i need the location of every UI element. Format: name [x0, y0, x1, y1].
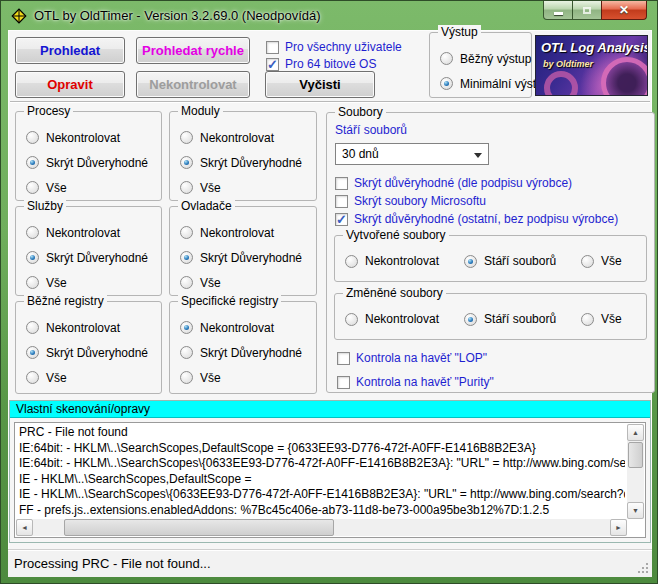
radio-option[interactable]: Stáří souborů	[464, 253, 556, 269]
os64-checkbox-row[interactable]: Pro 64 bitové OS	[266, 56, 376, 72]
lop-checkbox[interactable]	[337, 352, 350, 365]
radio-icon[interactable]	[26, 346, 39, 359]
output-option-normal[interactable]: Běžný výstup	[430, 46, 531, 71]
radio-option[interactable]: Skrýt Důveryhodné	[16, 150, 161, 175]
radio-option[interactable]: Vše	[170, 270, 316, 295]
scroll-down-icon[interactable]: ▼	[627, 502, 644, 519]
radio-icon[interactable]	[26, 131, 39, 144]
clean-button[interactable]: Vyčisti	[265, 71, 375, 98]
radio-icon[interactable]	[464, 313, 477, 326]
radio-option[interactable]: Skrýt Důveryhodné	[16, 245, 161, 270]
lock-dial-graphic	[601, 57, 648, 96]
fix-button[interactable]: Opravit	[15, 71, 125, 98]
radio-icon[interactable]	[464, 255, 477, 268]
radio-option[interactable]: Vše	[16, 175, 161, 200]
radio-option[interactable]: Nekontrolovat	[16, 220, 161, 245]
option-label: Vše	[601, 312, 622, 326]
file-age-dropdown[interactable]: 30 dnů	[335, 143, 489, 165]
radio-icon[interactable]	[581, 255, 594, 268]
option-label: Nekontrolovat	[46, 321, 120, 335]
purity-checkbox[interactable]	[337, 376, 350, 389]
hide-signed-checkbox-row[interactable]: Skrýt důvěryhodné (dle podpisu výrobce)	[335, 175, 572, 191]
radio-icon[interactable]	[26, 251, 39, 264]
radio-icon[interactable]	[26, 276, 39, 289]
radio-icon[interactable]	[180, 371, 193, 384]
radio-icon[interactable]	[26, 156, 39, 169]
os64-checkbox[interactable]	[266, 58, 279, 71]
purity-checkbox-row[interactable]: Kontrola na havěť "Purity"	[337, 374, 494, 390]
app-icon	[11, 8, 27, 24]
titlebar[interactable]: OTL by OldTimer - Version 3.2.69.0 (Neod…	[1, 1, 657, 30]
app-window: OTL by OldTimer - Version 3.2.69.0 (Neod…	[0, 0, 658, 584]
radio-icon[interactable]	[180, 181, 193, 194]
scroll-right-icon[interactable]: ►	[610, 519, 627, 536]
minimize-button[interactable]	[543, 1, 573, 20]
radio-option[interactable]: Nekontrolovat	[170, 220, 316, 245]
output-group: Výstup Běžný výstup Minimální výstup	[429, 32, 532, 98]
radio-option[interactable]: Skrýt Důveryhodné	[170, 245, 316, 270]
all-users-checkbox[interactable]	[266, 41, 279, 54]
radio-option[interactable]: Nekontrolovat	[345, 311, 439, 327]
radio-option[interactable]: Nekontrolovat	[345, 253, 439, 269]
option-label: Skrýt Důveryhodné	[200, 346, 302, 360]
radio-option[interactable]: Nekontrolovat	[16, 125, 161, 150]
lop-checkbox-row[interactable]: Kontrola na havěť "LOP"	[337, 350, 487, 366]
radio-option[interactable]: Vše	[170, 365, 316, 390]
radio-option[interactable]: Vše	[16, 365, 161, 390]
radio-option[interactable]: Skrýt Důveryhodné	[16, 340, 161, 365]
radio-option[interactable]: Vše	[581, 311, 622, 327]
scroll-left-icon[interactable]: ◄	[16, 519, 33, 536]
custom-scan-group: Vlastní skenování/opravy PRC - File not …	[9, 400, 651, 543]
output-option-minimal[interactable]: Minimální výstup	[430, 71, 531, 96]
quick-scan-button[interactable]: Prohledat rychle	[136, 37, 250, 64]
resize-grip-icon[interactable]	[636, 561, 648, 573]
close-button[interactable]: ✕	[601, 1, 647, 20]
all-users-checkbox-row[interactable]: Pro všechny uživatele	[266, 39, 402, 55]
radio-icon[interactable]	[440, 52, 453, 65]
hide-microsoft-checkbox-row[interactable]: Skrýt soubory Microsoftu	[335, 193, 486, 209]
option-label: Skrýt Důveryhodné	[200, 251, 302, 265]
maximize-button[interactable]	[573, 1, 601, 20]
radio-icon[interactable]	[345, 313, 358, 326]
scroll-up-icon[interactable]: ▲	[627, 424, 644, 441]
none-button: Nekontrolovat	[136, 71, 250, 98]
radio-icon[interactable]	[180, 251, 193, 264]
hide-signed-checkbox[interactable]	[335, 177, 348, 190]
hide-microsoft-checkbox[interactable]	[335, 195, 348, 208]
vertical-scrollbar[interactable]: ▲ ▼	[627, 424, 644, 519]
radio-option[interactable]: Nekontrolovat	[170, 315, 316, 340]
radio-option[interactable]: Nekontrolovat	[16, 315, 161, 340]
radio-icon[interactable]	[180, 226, 193, 239]
radio-option[interactable]: Vše	[170, 175, 316, 200]
vertical-scroll-thumb[interactable]	[628, 442, 643, 468]
radio-option[interactable]: Skrýt Důveryhodné	[170, 340, 316, 365]
option-label: Stáří souborů	[484, 312, 556, 326]
radio-icon[interactable]	[26, 371, 39, 384]
scan-button[interactable]: Prohledat	[15, 37, 125, 64]
option-label: Vše	[200, 276, 221, 290]
radio-icon[interactable]	[180, 346, 193, 359]
radio-icon[interactable]	[440, 77, 453, 90]
section-divider	[10, 101, 650, 102]
horizontal-scroll-thumb[interactable]	[64, 519, 334, 536]
radio-icon[interactable]	[26, 181, 39, 194]
radio-option[interactable]: Vše	[16, 270, 161, 295]
group-label: Soubory	[335, 105, 386, 119]
radio-option[interactable]: Stáří souborů	[464, 311, 556, 327]
horizontal-scrollbar[interactable]: ◄ ►	[16, 519, 627, 536]
radio-icon[interactable]	[26, 321, 39, 334]
radio-icon[interactable]	[180, 156, 193, 169]
radio-option[interactable]: Vše	[581, 253, 622, 269]
logo-title: OTL Log Analysis	[541, 40, 648, 55]
radio-icon[interactable]	[26, 226, 39, 239]
hide-unsigned-checkbox-row[interactable]: Skrýt důvěryhodné (ostatní, bez podpisu …	[335, 211, 618, 227]
radio-option[interactable]: Skrýt Důveryhodné	[170, 150, 316, 175]
radio-icon[interactable]	[581, 313, 594, 326]
radio-icon[interactable]	[180, 131, 193, 144]
radio-icon[interactable]	[345, 255, 358, 268]
radio-option[interactable]: Nekontrolovat	[170, 125, 316, 150]
hide-unsigned-checkbox[interactable]	[335, 213, 348, 226]
custom-scan-textarea[interactable]: PRC - File not found IE:64bit: - HKLM\..…	[14, 422, 646, 538]
radio-icon[interactable]	[180, 276, 193, 289]
radio-icon[interactable]	[180, 321, 193, 334]
